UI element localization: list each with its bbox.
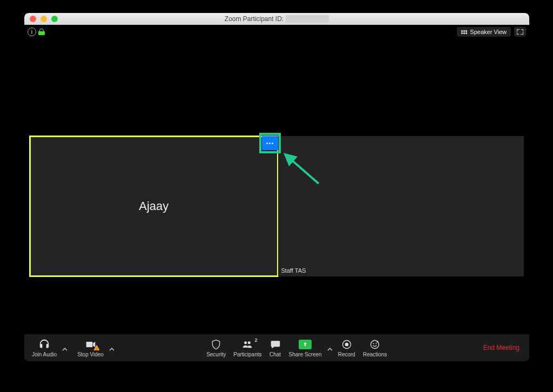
participant-name-label: Staff TAS bbox=[280, 267, 307, 274]
headphones-icon bbox=[38, 339, 50, 350]
security-label: Security bbox=[206, 352, 226, 357]
join-audio-button[interactable]: Join Audio bbox=[29, 336, 60, 360]
window-title-text: Zoom Participant ID: bbox=[225, 15, 284, 23]
participant-tile[interactable]: Staff TAS bbox=[278, 136, 524, 276]
minimize-window-button[interactable] bbox=[41, 16, 47, 22]
fullscreen-button[interactable] bbox=[514, 27, 526, 37]
tile-more-options-button[interactable] bbox=[262, 136, 278, 150]
participants-icon: 2 bbox=[241, 339, 254, 350]
security-button[interactable]: Security bbox=[203, 336, 229, 360]
video-camera-icon: ! bbox=[84, 339, 97, 350]
warning-icon: ! bbox=[93, 344, 100, 351]
share-screen-icon bbox=[299, 339, 312, 350]
chat-button[interactable]: Chat bbox=[266, 336, 285, 360]
reactions-button[interactable]: Reactions bbox=[360, 336, 390, 360]
end-meeting-button[interactable]: End Meeting bbox=[478, 341, 525, 355]
share-options-chevron[interactable] bbox=[326, 347, 334, 360]
window-controls bbox=[24, 16, 58, 22]
record-icon bbox=[341, 339, 352, 350]
participants-button[interactable]: 2 Participants bbox=[230, 336, 265, 360]
zoom-window: Zoom Participant ID: i Speaker View bbox=[24, 13, 529, 361]
meeting-info-icon[interactable]: i bbox=[28, 28, 36, 36]
reactions-label: Reactions bbox=[363, 352, 387, 357]
gallery-grid-icon bbox=[461, 30, 467, 34]
participant-name-center: Ajaay bbox=[139, 199, 168, 213]
video-options-chevron[interactable] bbox=[108, 347, 116, 360]
meeting-toolbar: Join Audio ! Stop Video bbox=[24, 334, 529, 361]
svg-point-3 bbox=[345, 342, 348, 346]
video-area: Ajaay Staff TAS bbox=[24, 39, 529, 334]
video-tile-row: Ajaay Staff TAS bbox=[30, 136, 524, 276]
chat-icon bbox=[269, 339, 281, 350]
record-button[interactable]: Record bbox=[335, 336, 359, 360]
shield-icon bbox=[211, 339, 221, 350]
window-title: Zoom Participant ID: bbox=[24, 15, 529, 23]
share-screen-label: Share Screen bbox=[289, 352, 322, 357]
share-screen-button[interactable]: Share Screen bbox=[286, 336, 325, 360]
audio-options-chevron[interactable] bbox=[61, 347, 69, 360]
participant-tile-active[interactable]: Ajaay bbox=[30, 136, 278, 276]
more-options-icon bbox=[266, 143, 273, 144]
chat-label: Chat bbox=[269, 352, 281, 357]
reactions-icon bbox=[369, 339, 380, 350]
stop-video-label: Stop Video bbox=[77, 352, 104, 357]
svg-point-6 bbox=[376, 343, 377, 344]
join-audio-label: Join Audio bbox=[32, 352, 57, 357]
participant-id-redacted bbox=[286, 15, 329, 23]
titlebar: Zoom Participant ID: bbox=[24, 13, 529, 25]
speaker-view-button[interactable]: Speaker View bbox=[457, 27, 511, 37]
speaker-view-label: Speaker View bbox=[470, 29, 507, 35]
record-label: Record bbox=[338, 352, 355, 357]
end-meeting-label: End Meeting bbox=[483, 344, 520, 352]
svg-point-5 bbox=[373, 343, 374, 344]
stop-video-button[interactable]: ! Stop Video bbox=[74, 336, 107, 360]
close-window-button[interactable] bbox=[30, 16, 36, 22]
meeting-top-overlay: i Speaker View bbox=[24, 25, 529, 39]
fullscreen-icon bbox=[517, 29, 523, 35]
encryption-lock-icon[interactable] bbox=[38, 29, 45, 35]
participants-label: Participants bbox=[233, 352, 261, 357]
maximize-window-button[interactable] bbox=[51, 16, 58, 22]
participants-count-badge: 2 bbox=[254, 337, 257, 343]
